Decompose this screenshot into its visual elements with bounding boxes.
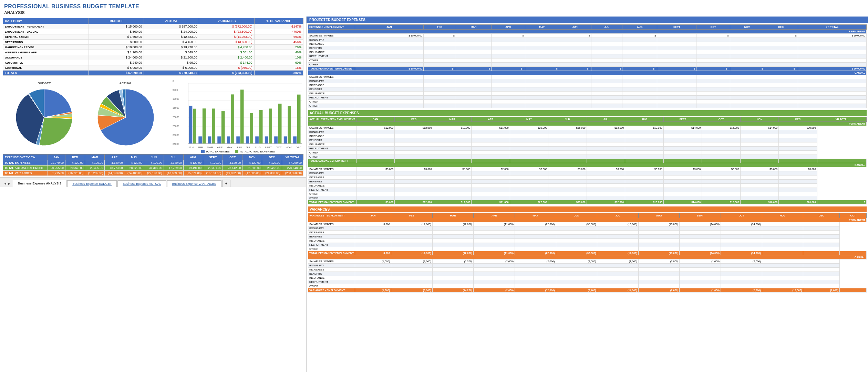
proj-cell	[657, 63, 696, 67]
nav-right[interactable]: ►	[8, 182, 11, 185]
tab-add[interactable]: +	[222, 180, 230, 187]
proj-total-label: VARIANCES - EMPLOYMENT	[308, 288, 355, 293]
proj-cell	[433, 147, 472, 151]
proj-cell	[638, 268, 680, 272]
proj-cell	[356, 151, 395, 155]
proj-cell	[764, 87, 798, 92]
proj-cell	[432, 268, 474, 272]
legend-box-budget	[201, 150, 205, 153]
proj-cell	[798, 42, 866, 46]
proj-cell	[764, 59, 798, 63]
proj-cell	[730, 59, 764, 63]
proj-cell	[762, 264, 803, 268]
tab-variances[interactable]: Business Expense VARIANCES	[167, 180, 221, 187]
proj-total-cell: $ -	[622, 67, 657, 71]
proj-cell: (14,000)	[680, 222, 721, 226]
proj-total-cell: $ 15,000.00	[355, 67, 423, 71]
proj-cell	[474, 276, 515, 280]
tab-analysis[interactable]: Business Expense ANALYSIS	[13, 180, 66, 187]
proj-cell	[432, 247, 474, 251]
proj-cell	[432, 276, 474, 280]
proj-row-label: RECRUITMENT	[308, 96, 355, 100]
proj-cell	[525, 63, 559, 67]
proj-cell	[625, 130, 664, 134]
proj-total-cell: (14,200)	[432, 288, 474, 293]
proj-total-cell	[740, 159, 779, 163]
proj-cell: 3,000	[355, 222, 391, 226]
proj-cell	[355, 46, 423, 50]
proj-cell	[638, 235, 680, 239]
exp-col-jan: JAN	[48, 155, 65, 160]
proj-col-may: MAY	[525, 25, 559, 30]
proj-cell	[355, 100, 423, 104]
proj-cell	[391, 268, 433, 272]
analysis-category: ADDITIONAL	[3, 65, 89, 71]
proj-cell	[472, 134, 510, 138]
proj-cell	[423, 50, 456, 54]
proj-total-cell: (11,000)	[474, 251, 515, 255]
proj-cell	[432, 272, 474, 276]
proj-row-label: BENEFITS	[308, 235, 355, 239]
exp-cell-4: 28,520.00	[124, 166, 144, 171]
proj-cell: (2,000)	[474, 259, 515, 264]
proj-cell	[559, 104, 591, 108]
analysis-totals-label: TOTALS	[3, 71, 89, 76]
exp-row-label: TOTAL ACTUAL EXPENSES	[3, 166, 48, 171]
proj-cell	[587, 138, 625, 142]
var-col-apr: APR	[474, 213, 515, 218]
proj-cell	[680, 235, 721, 239]
proj-cell	[474, 247, 515, 251]
proj-cell	[657, 104, 696, 108]
proj-cell	[764, 50, 798, 54]
proj-cell	[625, 138, 664, 142]
proj-col-jul: JUL	[591, 25, 622, 30]
proj-cell	[559, 54, 591, 59]
proj-cell	[597, 231, 639, 235]
proj-section-header: CASUAL	[308, 255, 867, 259]
proj-cell	[663, 138, 702, 142]
tab-budget[interactable]: Business Expense BUDGET	[67, 180, 117, 187]
legend-total-expenses: TOTAL EXPENSES	[201, 150, 230, 153]
tab-actual[interactable]: Business Expense ACTUAL	[117, 180, 166, 187]
proj-total-cell	[587, 159, 625, 163]
proj-cell	[456, 75, 491, 79]
proj-row-label: OTHER	[308, 155, 356, 159]
proj-total-cell: $12,000	[587, 200, 625, 204]
exp-cell-11: (24,332.00)	[262, 171, 282, 176]
analysis-pct: 46%	[254, 50, 303, 55]
proj-cell	[355, 226, 391, 231]
exp-cell-9: (19,022.00)	[223, 171, 242, 176]
proj-cell	[663, 151, 702, 155]
proj-cell	[779, 142, 817, 147]
proj-total-cell: (12,000)	[432, 251, 474, 255]
proj-total-label: TOTAL CASUAL EMPLOYMENT	[308, 159, 356, 163]
proj-cell	[638, 264, 680, 268]
proj-cell	[721, 231, 762, 235]
proj-cell	[638, 276, 680, 280]
proj-cell: (13,000)	[638, 222, 680, 226]
analysis-section: CATEGORY BUDGET ACTUAL VARIANCES % OF VA…	[0, 17, 306, 77]
proj-cell	[764, 104, 798, 108]
proj-cell	[638, 239, 680, 243]
proj-total-cell: (14,000)	[721, 251, 762, 255]
proj-cell	[680, 239, 721, 243]
nav-left[interactable]: ◄	[3, 182, 7, 185]
proj-cell	[779, 196, 817, 200]
proj-cell: (2,000)	[556, 259, 597, 264]
proj-cell	[548, 192, 587, 196]
proj-cell	[515, 284, 556, 288]
proj-cell	[587, 192, 625, 196]
proj-cell	[730, 38, 764, 42]
proj-cell	[764, 42, 798, 46]
proj-cell	[491, 79, 525, 83]
proj-cell	[474, 231, 515, 235]
proj-cell	[740, 184, 779, 188]
proj-cell: (35,000)	[556, 222, 597, 226]
proj-cell	[395, 130, 433, 134]
proj-cell	[597, 276, 639, 280]
actual-pie-container: ACTUAL	[95, 82, 157, 148]
proj-total-cell	[433, 159, 472, 163]
proj-cell	[432, 226, 474, 231]
proj-cell	[625, 134, 664, 138]
proj-total-cell	[356, 159, 395, 163]
